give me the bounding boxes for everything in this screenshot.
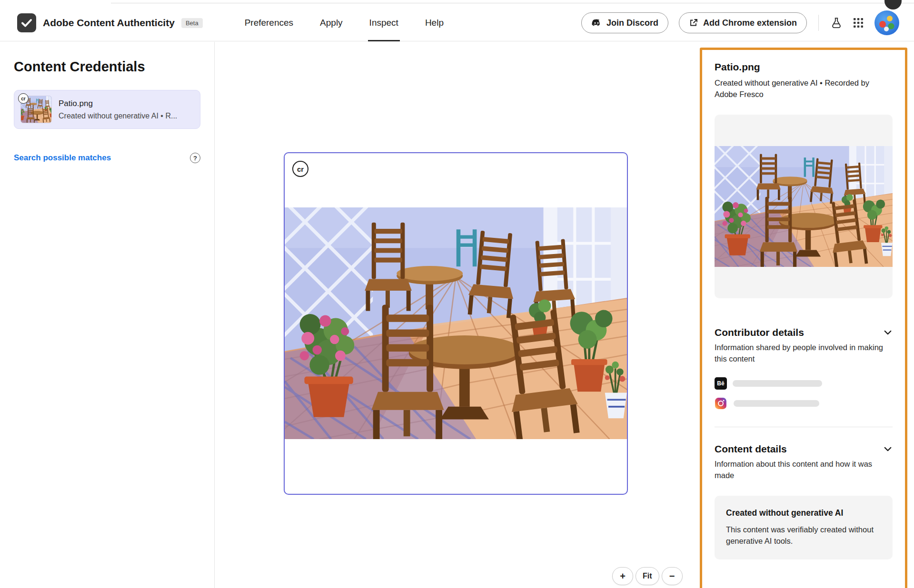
chevron-down-icon[interactable] — [883, 444, 893, 454]
file-name: Patio.png — [59, 99, 177, 108]
beta-badge: Beta — [181, 18, 203, 28]
user-avatar[interactable] — [874, 10, 900, 36]
top-bar: Adobe Content Authenticity Beta Preferen… — [0, 5, 914, 41]
instagram-link-row[interactable] — [715, 397, 893, 410]
add-chrome-extension-button[interactable]: Add Chrome extension — [679, 12, 807, 33]
nav-inspect[interactable]: Inspect — [369, 5, 398, 41]
sidebar-title: Content Credentials — [14, 59, 200, 75]
browser-window-edge — [111, 3, 914, 3]
search-possible-matches-link[interactable]: Search possible matches — [14, 153, 111, 163]
redacted-instagram-handle — [734, 400, 819, 407]
zoom-in-button[interactable]: + — [612, 567, 633, 585]
file-texts: Patio.png Created without generative AI … — [59, 99, 177, 120]
nav-apply[interactable]: Apply — [320, 5, 343, 41]
header-divider — [818, 15, 819, 31]
cr-badge-icon: cr — [18, 93, 29, 104]
content-details-header[interactable]: Content details — [715, 443, 893, 455]
behance-link-row[interactable]: Bē — [715, 377, 893, 390]
credentials-panel: Patio.png Created without generative AI … — [700, 48, 907, 588]
panel-image-card — [715, 115, 893, 298]
external-link-icon — [689, 18, 698, 28]
inspected-image-frame[interactable]: cr — [284, 152, 628, 495]
instagram-icon — [715, 397, 727, 410]
nav-help[interactable]: Help — [425, 5, 444, 41]
apps-grid-icon[interactable] — [853, 18, 864, 28]
join-discord-label: Join Discord — [606, 18, 658, 28]
panel-file-title: Patio.png — [715, 61, 893, 73]
cr-badge-icon[interactable]: cr — [292, 161, 308, 177]
join-discord-button[interactable]: Join Discord — [581, 12, 668, 33]
zoom-controls: + Fit − — [612, 567, 683, 585]
brand-title: Adobe Content Authenticity — [43, 17, 175, 29]
patio-image-thumbnail — [715, 146, 893, 267]
no-generative-ai-title: Created without generative AI — [726, 508, 881, 518]
file-subtitle: Created without generative AI • R... — [59, 112, 177, 120]
content-details-description: Information about this content and how i… — [715, 459, 893, 481]
no-generative-ai-body: This content was verifiably created with… — [726, 524, 881, 548]
sidebar: Content Credentials cr Patio.png Created… — [0, 42, 215, 588]
panel-divider — [715, 427, 893, 427]
discord-icon — [591, 18, 602, 28]
brand: Adobe Content Authenticity Beta — [17, 13, 203, 32]
add-chrome-extension-label: Add Chrome extension — [703, 18, 797, 28]
nav-preferences[interactable]: Preferences — [245, 5, 293, 41]
header-actions: Join Discord Add Chrome extension — [581, 10, 900, 36]
zoom-out-button[interactable]: − — [662, 567, 683, 585]
file-list-item-patio[interactable]: cr Patio.png Created without generative … — [14, 90, 200, 129]
patio-image — [285, 207, 627, 439]
adobe-content-authenticity-logo-icon[interactable] — [17, 13, 36, 32]
content-details-title: Content details — [715, 443, 787, 455]
beaker-icon[interactable] — [830, 17, 843, 29]
search-matches-row: Search possible matches ? — [14, 153, 200, 163]
chevron-down-icon[interactable] — [883, 328, 893, 337]
contributor-details-description: Information shared by people involved in… — [715, 342, 893, 365]
behance-icon: Bē — [715, 377, 727, 390]
no-generative-ai-card: Created without generative AI This conte… — [715, 496, 893, 560]
contributor-details-header[interactable]: Contributor details — [715, 327, 893, 338]
contributor-details-title: Contributor details — [715, 327, 804, 338]
redacted-behance-handle — [733, 380, 822, 387]
zoom-fit-button[interactable]: Fit — [636, 567, 659, 585]
main-nav: Preferences Apply Inspect Help — [245, 5, 444, 41]
panel-file-subtitle: Created without generative AI • Recorded… — [715, 78, 893, 100]
help-icon[interactable]: ? — [190, 153, 200, 163]
file-thumbnail: cr — [20, 96, 52, 123]
